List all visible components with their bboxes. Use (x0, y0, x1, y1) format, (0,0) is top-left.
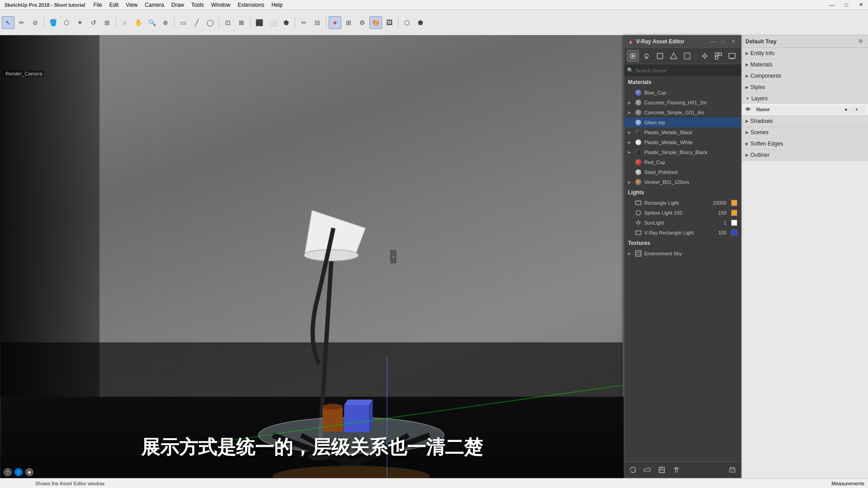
rotate-tool[interactable]: ↺ (87, 16, 100, 29)
vray-textures-tab[interactable] (668, 50, 679, 62)
light-item-sphere[interactable]: Sphere Light 150 150 (624, 208, 741, 218)
material-item-plastic-simple-blurry[interactable]: ▶ Plastic_Simple_Blurry_Black (624, 147, 741, 157)
parallel-projection-tool[interactable]: ⬜ (266, 16, 279, 29)
light-item-vray-rect[interactable]: V-Ray Rectangle Light 100 (624, 228, 741, 238)
menu-view[interactable]: View (123, 1, 142, 9)
zoom-extents-tool[interactable]: ⊕ (159, 16, 172, 29)
vray-materials-tab[interactable] (627, 50, 639, 62)
light-value: 100 (718, 230, 726, 235)
outliner-header[interactable]: ▶ Outliner (742, 150, 868, 160)
material-name: Glass top (644, 120, 737, 125)
light-item-rectangle[interactable]: Rectangle Light 10000 (624, 198, 741, 208)
perspective-tool[interactable]: ⬟ (280, 16, 292, 29)
light-color-swatch[interactable] (731, 200, 737, 206)
menu-window[interactable]: Window (208, 1, 234, 9)
zoom-tool[interactable]: 🔍 (146, 16, 158, 29)
vray-close-button[interactable]: ✕ (729, 38, 737, 45)
material-item-plastic-metalic-white[interactable]: ▶ Plastic_Metalic_White (624, 137, 741, 147)
standard-views-tool[interactable]: ⬛ (253, 16, 265, 29)
vray-render-button[interactable]: ● (329, 16, 341, 29)
material-item-glass-top[interactable]: Glass top (624, 117, 741, 127)
rectangle-tool[interactable]: ▭ (177, 16, 189, 29)
vray-render-settings-btn[interactable] (699, 50, 711, 62)
vray-ipr-button[interactable]: ⊞ (342, 16, 355, 29)
select-tool[interactable]: ↖ (2, 16, 14, 29)
materials-tray-header[interactable]: ▶ Materials (742, 59, 868, 70)
orbit-tool[interactable]: ○ (118, 16, 131, 29)
material-item-plastic-metalic-black[interactable]: ▶ Plastic_Metalic_Black (624, 127, 741, 137)
tray-options-button[interactable]: ⚙ (857, 38, 864, 44)
status-indicator-3[interactable]: ◉ (25, 468, 33, 476)
pushpull-tool[interactable]: ⬡ (60, 16, 73, 29)
light-item-sun[interactable]: SunLight 1 (624, 218, 741, 228)
vray-open-button[interactable] (642, 464, 653, 476)
material-item-steel-polished[interactable]: Steel_Polished (624, 167, 741, 177)
material-item-concrete-flooring[interactable]: ▶ Concrete_Flooring_H01_2m (624, 98, 741, 108)
light-color-swatch[interactable] (731, 230, 737, 236)
vray-refresh-button[interactable] (627, 464, 639, 476)
collapse-arrow: ▶ (745, 51, 749, 56)
maximize-button[interactable]: □ (839, 0, 854, 10)
light-color-swatch[interactable] (731, 210, 737, 216)
eraser-tool[interactable]: ⊘ (29, 16, 42, 29)
component-tool[interactable]: ⊡ (222, 16, 234, 29)
vray-settings-button[interactable]: ⚙ (356, 16, 368, 29)
vray-minimize-button[interactable]: — (708, 38, 717, 45)
menu-camera[interactable]: Camera (141, 1, 168, 9)
svg-marker-51 (630, 471, 632, 472)
minimize-button[interactable]: — (825, 0, 839, 10)
pencil-tool[interactable]: ✏ (15, 16, 28, 29)
vray-lights-tab[interactable] (641, 50, 652, 62)
vray-frame-button[interactable]: 🖼 (383, 16, 396, 29)
tray-section-layers: ▼ Layers 👁 Name ● + (742, 93, 868, 116)
vray-maximize-button[interactable]: □ (720, 38, 726, 45)
material-item-blue-cup[interactable]: Blue_Cup (624, 88, 741, 98)
vray-extra-1[interactable]: ⬡ (401, 16, 413, 29)
group-tool[interactable]: ⊠ (235, 16, 248, 29)
vray-print-button[interactable] (726, 464, 738, 476)
vray-save-button[interactable] (656, 464, 668, 476)
vray-environment-tab[interactable] (681, 50, 693, 62)
pan-tool[interactable]: ✋ (132, 16, 145, 29)
scale-tool[interactable]: ⊞ (101, 16, 113, 29)
line-tool[interactable]: ╱ (190, 16, 203, 29)
vray-extra-2[interactable]: ⬟ (414, 16, 427, 29)
show-sections-tool[interactable]: ⊟ (311, 16, 324, 29)
material-item-veneer[interactable]: ▶ Veneer_B01_120cm (624, 177, 741, 187)
search-input[interactable] (635, 68, 738, 73)
vray-asset-editor-button[interactable]: 🎨 (369, 16, 382, 29)
status-indicator-1[interactable]: ? (4, 468, 12, 476)
shadows-header[interactable]: ▶ Shadows (742, 116, 868, 127)
soften-edges-header[interactable]: ▶ Soften Edges (742, 138, 868, 149)
status-indicator-2[interactable]: ! (14, 468, 23, 476)
vray-delete-button[interactable] (670, 464, 682, 476)
menu-help[interactable]: Help (268, 1, 286, 9)
menu-tools[interactable]: Tools (188, 1, 208, 9)
menu-draw[interactable]: Draw (168, 1, 188, 9)
vray-frame-buffer-btn[interactable] (726, 50, 738, 62)
section-plane-tool[interactable]: ✂ (297, 16, 310, 29)
vray-geometry-tab[interactable] (654, 50, 666, 62)
scenes-header[interactable]: ▶ Scenes (742, 127, 868, 138)
entity-info-header[interactable]: ▶ Entity Info (742, 48, 868, 59)
menu-file[interactable]: File (90, 1, 105, 9)
light-color-swatch[interactable] (731, 220, 737, 226)
material-item-concrete-simple[interactable]: ▶ Concrete_Simple_G01_4m (624, 108, 741, 117)
texture-item-environment-sky[interactable]: ▶ Environment Sky (624, 249, 741, 258)
close-button[interactable]: ✕ (854, 0, 868, 10)
material-item-red-cup[interactable]: Red_Cup (624, 157, 741, 167)
paint-tool[interactable]: 🪣 (47, 16, 59, 29)
menu-extensions[interactable]: Extensions (234, 1, 268, 9)
vray-render-elements-btn[interactable] (712, 50, 724, 62)
circle-tool[interactable]: ◯ (204, 16, 217, 29)
viewport[interactable]: Render_Camera (0, 35, 624, 478)
styles-header[interactable]: ▶ Styles (742, 82, 868, 93)
menu-edit[interactable]: Edit (106, 1, 123, 9)
move-tool[interactable]: ✦ (74, 16, 86, 29)
layers-header[interactable]: ▼ Layers (742, 93, 868, 104)
left-panel-collapse-arrow[interactable]: ‹ (390, 250, 396, 263)
components-header[interactable]: ▶ Components (742, 70, 868, 81)
material-color-sphere (635, 169, 642, 175)
add-layer-btn[interactable]: + (855, 107, 864, 112)
vray-asset-list[interactable]: Materials Blue_Cup ▶ Concrete_Flooring_H… (624, 77, 741, 461)
